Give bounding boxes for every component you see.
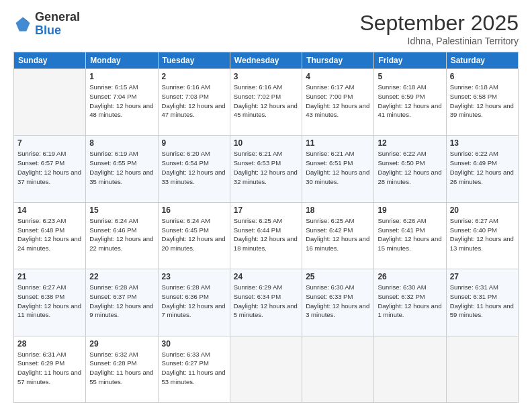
sunset-text: Sunset: 6:32 PM [378, 293, 425, 300]
cell-info: Sunrise: 6:22 AM Sunset: 6:50 PM Dayligh… [378, 149, 442, 186]
calendar-body: 1 Sunrise: 6:15 AM Sunset: 7:04 PM Dayli… [14, 69, 519, 403]
cell-info: Sunrise: 6:21 AM Sunset: 6:53 PM Dayligh… [234, 149, 298, 186]
page: General Blue September 2025 Idhna, Pales… [0, 0, 532, 411]
sunrise-text: Sunrise: 6:23 AM [17, 217, 66, 224]
calendar-header: Sunday Monday Tuesday Wednesday Thursday… [14, 52, 519, 69]
col-thursday: Thursday [302, 52, 374, 69]
logo-text: General Blue [35, 11, 80, 38]
daylight-text: Daylight: 12 hours and 18 minutes. [234, 235, 298, 252]
sunrise-text: Sunrise: 6:22 AM [378, 150, 426, 157]
sunset-text: Sunset: 6:46 PM [89, 226, 136, 234]
logo-blue: Blue [35, 24, 61, 37]
calendar-cell: 9 Sunrise: 6:20 AM Sunset: 6:54 PM Dayli… [158, 136, 230, 202]
day-number: 8 [89, 138, 154, 148]
logo: General Blue [13, 11, 80, 38]
location-subtitle: Idhna, Palestinian Territory [359, 36, 519, 46]
sunset-text: Sunset: 6:31 PM [450, 293, 497, 300]
sunrise-text: Sunrise: 6:25 AM [234, 217, 282, 224]
sunrise-text: Sunrise: 6:16 AM [234, 83, 282, 91]
month-title: September 2025 [359, 11, 519, 36]
cell-info: Sunrise: 6:28 AM Sunset: 6:37 PM Dayligh… [89, 283, 154, 320]
daylight-text: Daylight: 12 hours and 16 minutes. [306, 235, 369, 252]
day-number: 23 [162, 272, 226, 281]
day-number: 19 [378, 205, 442, 215]
cell-info: Sunrise: 6:30 AM Sunset: 6:32 PM Dayligh… [378, 283, 442, 320]
cell-info: Sunrise: 6:33 AM Sunset: 6:27 PM Dayligh… [162, 350, 226, 387]
sunset-text: Sunset: 7:02 PM [234, 93, 281, 100]
daylight-text: Daylight: 11 hours and 53 minutes. [162, 369, 226, 385]
header: General Blue September 2025 Idhna, Pales… [13, 11, 519, 46]
day-number: 12 [378, 138, 442, 148]
col-friday: Friday [374, 52, 446, 69]
day-number: 29 [89, 339, 154, 349]
sunset-text: Sunset: 6:51 PM [306, 159, 353, 167]
daylight-text: Daylight: 12 hours and 35 minutes. [89, 169, 153, 185]
calendar-week-4: 21 Sunrise: 6:27 AM Sunset: 6:38 PM Dayl… [14, 269, 519, 336]
daylight-text: Daylight: 11 hours and 55 minutes. [89, 369, 153, 385]
daylight-text: Daylight: 12 hours and 37 minutes. [17, 169, 81, 185]
cell-info: Sunrise: 6:21 AM Sunset: 6:51 PM Dayligh… [306, 149, 370, 186]
cell-info: Sunrise: 6:25 AM Sunset: 6:42 PM Dayligh… [306, 216, 370, 253]
day-number: 14 [17, 205, 82, 215]
calendar-cell: 21 Sunrise: 6:27 AM Sunset: 6:38 PM Dayl… [14, 269, 86, 336]
sunrise-text: Sunrise: 6:27 AM [17, 283, 66, 291]
calendar-week-2: 7 Sunrise: 6:19 AM Sunset: 6:57 PM Dayli… [14, 136, 519, 202]
sunrise-text: Sunrise: 6:24 AM [162, 217, 210, 224]
day-number: 3 [234, 72, 298, 81]
sunset-text: Sunset: 6:27 PM [162, 359, 209, 367]
daylight-text: Daylight: 12 hours and 24 minutes. [17, 235, 81, 252]
daylight-text: Daylight: 12 hours and 1 minute. [378, 302, 441, 319]
sunrise-text: Sunrise: 6:19 AM [89, 150, 138, 157]
col-sunday: Sunday [14, 52, 86, 69]
sunrise-text: Sunrise: 6:30 AM [306, 283, 354, 291]
cell-info: Sunrise: 6:24 AM Sunset: 6:45 PM Dayligh… [162, 216, 226, 253]
daylight-text: Daylight: 11 hours and 59 minutes. [450, 302, 514, 319]
sunset-text: Sunset: 7:03 PM [162, 93, 209, 100]
calendar-cell: 19 Sunrise: 6:26 AM Sunset: 6:41 PM Dayl… [374, 202, 446, 269]
sunrise-text: Sunrise: 6:29 AM [234, 283, 282, 291]
sunrise-text: Sunrise: 6:19 AM [17, 150, 66, 157]
cell-info: Sunrise: 6:28 AM Sunset: 6:36 PM Dayligh… [162, 283, 226, 320]
sunset-text: Sunset: 7:00 PM [306, 93, 353, 100]
cell-info: Sunrise: 6:32 AM Sunset: 6:28 PM Dayligh… [89, 350, 154, 387]
cell-info: Sunrise: 6:18 AM Sunset: 6:58 PM Dayligh… [450, 83, 515, 120]
daylight-text: Daylight: 12 hours and 39 minutes. [450, 102, 514, 119]
sunset-text: Sunset: 6:57 PM [17, 159, 64, 167]
sunset-text: Sunset: 6:45 PM [162, 226, 209, 234]
day-number: 15 [89, 205, 154, 215]
sunrise-text: Sunrise: 6:28 AM [89, 283, 138, 291]
calendar-cell: 30 Sunrise: 6:33 AM Sunset: 6:27 PM Dayl… [158, 336, 230, 402]
daylight-text: Daylight: 12 hours and 20 minutes. [162, 235, 226, 252]
cell-info: Sunrise: 6:17 AM Sunset: 7:00 PM Dayligh… [306, 83, 370, 120]
daylight-text: Daylight: 12 hours and 28 minutes. [378, 169, 441, 185]
calendar-cell: 13 Sunrise: 6:22 AM Sunset: 6:49 PM Dayl… [446, 136, 518, 202]
sunset-text: Sunset: 6:49 PM [450, 159, 497, 167]
calendar-cell: 3 Sunrise: 6:16 AM Sunset: 7:02 PM Dayli… [230, 69, 302, 136]
sunset-text: Sunset: 6:59 PM [378, 93, 425, 100]
day-number: 27 [450, 272, 515, 281]
daylight-text: Daylight: 12 hours and 43 minutes. [306, 102, 369, 119]
daylight-text: Daylight: 12 hours and 41 minutes. [378, 102, 441, 119]
sunset-text: Sunset: 6:42 PM [306, 226, 353, 234]
daylight-text: Daylight: 12 hours and 45 minutes. [234, 102, 298, 119]
calendar-cell: 17 Sunrise: 6:25 AM Sunset: 6:44 PM Dayl… [230, 202, 302, 269]
col-saturday: Saturday [446, 52, 518, 69]
daylight-text: Daylight: 12 hours and 3 minutes. [306, 302, 369, 319]
calendar-cell: 10 Sunrise: 6:21 AM Sunset: 6:53 PM Dayl… [230, 136, 302, 202]
calendar-cell: 4 Sunrise: 6:17 AM Sunset: 7:00 PM Dayli… [302, 69, 374, 136]
daylight-text: Daylight: 12 hours and 9 minutes. [89, 302, 153, 319]
calendar-table: Sunday Monday Tuesday Wednesday Thursday… [13, 52, 519, 403]
sunrise-text: Sunrise: 6:27 AM [450, 217, 498, 224]
day-number: 25 [306, 272, 370, 281]
calendar-cell: 25 Sunrise: 6:30 AM Sunset: 6:33 PM Dayl… [302, 269, 374, 336]
day-number: 24 [234, 272, 298, 281]
sunset-text: Sunset: 6:34 PM [234, 293, 281, 300]
calendar-cell: 12 Sunrise: 6:22 AM Sunset: 6:50 PM Dayl… [374, 136, 446, 202]
sunset-text: Sunset: 6:37 PM [89, 293, 136, 300]
calendar-cell [230, 336, 302, 402]
calendar-cell [14, 69, 86, 136]
day-number: 21 [17, 272, 82, 281]
calendar-cell: 18 Sunrise: 6:25 AM Sunset: 6:42 PM Dayl… [302, 202, 374, 269]
day-number: 10 [234, 138, 298, 148]
cell-info: Sunrise: 6:23 AM Sunset: 6:48 PM Dayligh… [17, 216, 82, 253]
